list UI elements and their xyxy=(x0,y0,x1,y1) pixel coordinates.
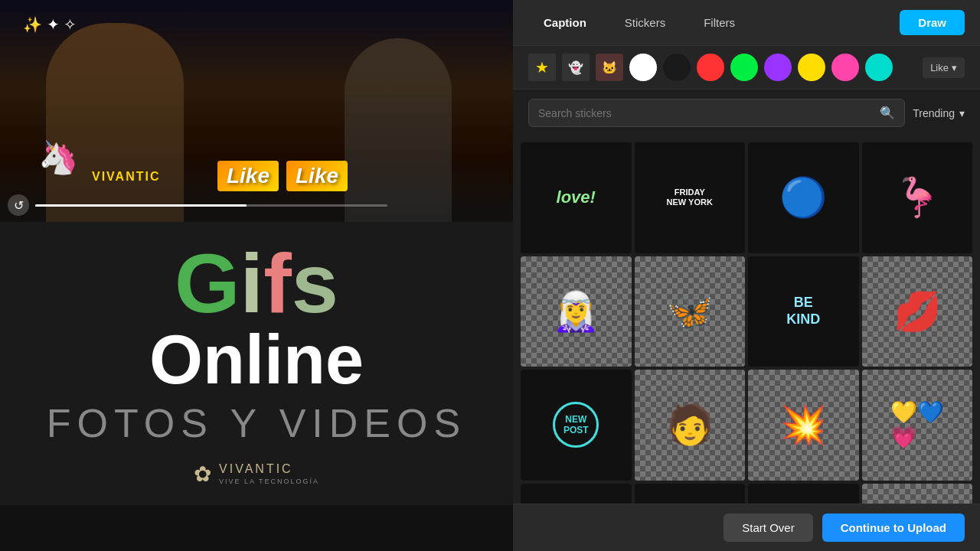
stickers-area: love! FRIDAYNEW YORK 🔵 🦩 🧝‍♀️ 🦋 BEKIND xyxy=(513,136,980,504)
tab-draw[interactable]: Draw xyxy=(900,10,965,35)
tools-row: ★ 👻 🐱 Like ▾ xyxy=(513,46,980,90)
stickers-grid: love! FRIDAYNEW YORK 🔵 🦩 🧝‍♀️ 🦋 BEKIND xyxy=(521,136,972,504)
color-black[interactable] xyxy=(663,54,691,81)
color-pink[interactable] xyxy=(831,54,859,81)
ghost-icon-tool[interactable]: 👻 xyxy=(562,54,590,81)
gifs-letter-f: f xyxy=(263,236,292,330)
cat-sticker: 🦄 xyxy=(38,139,78,176)
logo-name: VIVANTIC xyxy=(219,462,319,476)
right-panel: Caption Stickers Filters Draw ★ 👻 🐱 Like… xyxy=(513,0,980,551)
color-red[interactable] xyxy=(697,54,724,81)
trending-button[interactable]: Trending ▾ xyxy=(913,107,965,119)
sticker-lips[interactable]: 💋 xyxy=(862,256,973,367)
trending-label: Trending xyxy=(913,107,955,119)
tabs-row: Caption Stickers Filters Draw xyxy=(513,0,980,46)
bottom-bar: Start Over Continue to Upload xyxy=(513,504,980,551)
fotos-title: FOTOS Y VIDEOS xyxy=(47,400,466,446)
sticker-hearts[interactable]: 💛💙💗 xyxy=(862,370,973,481)
gifs-letter-g: G xyxy=(175,236,240,330)
logo-sub: VIVE LA TECNOLOGÍA xyxy=(219,478,319,485)
sticker-swipe[interactable]: ▲ SWIPE xyxy=(862,484,973,504)
left-panel: ✨ ✦ ✧ 🦄 VIVANTIC Like Like ↺ Gifs Onl xyxy=(0,0,513,551)
sticker-nicework[interactable]: Nice Work! xyxy=(635,484,746,504)
tab-filters[interactable]: Filters xyxy=(688,10,750,35)
start-over-button[interactable]: Start Over xyxy=(724,514,812,542)
tab-stickers[interactable]: Stickers xyxy=(609,10,681,35)
promo-content: Gifs Online FOTOS Y VIDEOS ✿ VIVANTIC VI… xyxy=(0,222,513,505)
online-title: Online xyxy=(149,325,364,394)
like-dropdown-label: Like xyxy=(930,62,949,73)
search-input[interactable] xyxy=(538,107,874,119)
undo-button[interactable]: ↺ xyxy=(8,194,29,216)
sticker-newpost[interactable]: NEWPOST xyxy=(521,370,632,481)
sticker-love[interactable]: love! xyxy=(521,142,632,253)
sticker-person[interactable]: 🧑 xyxy=(635,370,746,481)
video-controls: ↺ xyxy=(8,194,387,216)
sticker-butterfly[interactable]: 🦋 xyxy=(635,256,746,367)
sticker-ohyeah[interactable]: OH YEAH! xyxy=(521,484,632,504)
trending-arrow: ▾ xyxy=(959,107,965,119)
sticker-eye[interactable]: 🔵 xyxy=(748,142,859,253)
gifs-title-container: Gifs xyxy=(175,241,338,325)
color-green[interactable] xyxy=(730,54,758,81)
sticker-angry-girl[interactable]: 🧝‍♀️ xyxy=(521,256,632,367)
sticker-flamingo[interactable]: 🦩 xyxy=(862,142,973,253)
gifs-letter-i: i xyxy=(240,236,264,330)
gifs-letter-s: s xyxy=(292,236,338,330)
sparkles-decoration: ✨ ✦ ✧ xyxy=(23,15,77,34)
color-teal[interactable] xyxy=(865,54,893,81)
like-dropdown-arrow: ▾ xyxy=(952,62,957,73)
color-purple[interactable] xyxy=(764,54,792,81)
sticker-bekind[interactable]: BEKIND xyxy=(748,256,859,367)
video-preview: ✨ ✦ ✧ 🦄 VIVANTIC Like Like ↺ xyxy=(0,0,513,222)
sticker-splat[interactable]: 💥 xyxy=(748,370,859,481)
search-icon[interactable]: 🔍 xyxy=(880,106,895,120)
search-row: 🔍 Trending ▾ xyxy=(513,90,980,136)
sticker-newyork[interactable]: FRIDAYNEW YORK xyxy=(635,142,746,253)
like-dropdown[interactable]: Like ▾ xyxy=(923,57,965,78)
color-white[interactable] xyxy=(629,54,657,81)
progress-bar[interactable] xyxy=(35,204,387,207)
search-box[interactable]: 🔍 xyxy=(528,99,905,127)
color-yellow[interactable] xyxy=(798,54,825,81)
logo-icon: ✿ xyxy=(194,461,211,487)
like-badge-2: Like xyxy=(286,161,348,191)
star-icon-tool[interactable]: ★ xyxy=(528,54,556,81)
like-badge-1: Like xyxy=(217,161,279,191)
vivantic-label: VIVANTIC xyxy=(92,170,160,184)
logo-area: ✿ VIVANTIC VIVE LA TECNOLOGÍA xyxy=(194,461,319,487)
continue-upload-button[interactable]: Continue to Upload xyxy=(822,514,965,542)
video-bg: ✨ ✦ ✧ 🦄 VIVANTIC Like Like xyxy=(0,0,513,222)
tab-caption[interactable]: Caption xyxy=(528,10,602,35)
cat-icon-tool[interactable]: 🐱 xyxy=(596,54,623,81)
like-overlay: Like Like xyxy=(217,161,348,191)
sticker-star[interactable]: ⭐ xyxy=(748,484,859,504)
progress-fill xyxy=(35,204,247,207)
